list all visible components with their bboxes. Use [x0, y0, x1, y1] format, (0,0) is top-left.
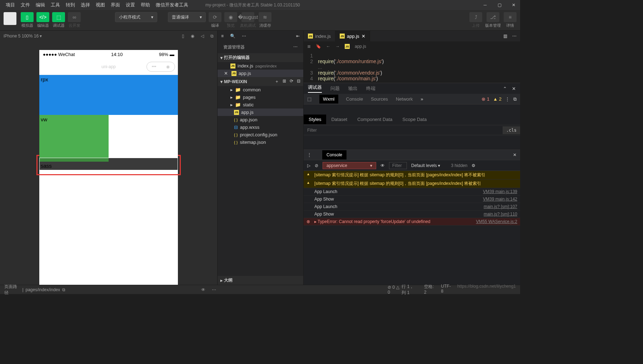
file-app-wxss[interactable]: ⊟app.wxss: [218, 123, 303, 131]
collapse-icon[interactable]: ⇤: [296, 34, 300, 39]
forward-icon[interactable]: →: [335, 44, 340, 49]
menu-tools[interactable]: 工具: [48, 0, 63, 10]
phone-icon[interactable]: ▯: [182, 34, 184, 39]
console-msg[interactable]: App Showmain.js? [sm]:110: [304, 211, 520, 218]
menu-wechat-devtools[interactable]: 微信开发者工具: [153, 0, 191, 10]
mute-icon[interactable]: ◁: [201, 34, 204, 39]
folder-pages[interactable]: ▸ 📁pages: [218, 93, 303, 101]
folder-common[interactable]: ▸ 📁common: [218, 86, 303, 93]
console-close-icon[interactable]: ✕: [513, 152, 517, 157]
folder-static[interactable]: ▸ 📁static: [218, 101, 303, 108]
file-sitemap[interactable]: { }sitemap.json: [218, 138, 303, 146]
new-file-icon[interactable]: ＋: [275, 79, 279, 85]
capsule-menu[interactable]: •••◉: [146, 62, 175, 72]
component-data-tab[interactable]: Component Data: [352, 115, 397, 124]
search-icon[interactable]: 🔍: [230, 34, 235, 39]
debugger-button[interactable]: ⬚: [52, 12, 65, 22]
compile-button[interactable]: ⟳: [209, 12, 221, 22]
mode-dropdown[interactable]: 小程序模式▾: [115, 12, 157, 22]
context-selector[interactable]: appservice▾: [323, 162, 376, 169]
tab-app-js[interactable]: JSapp.js✕: [335, 31, 370, 41]
list-icon[interactable]: ≡: [221, 34, 224, 39]
console-play-icon[interactable]: ▷: [307, 163, 310, 168]
compile-mode-dropdown[interactable]: 普通编译▾: [168, 12, 206, 22]
panel-close-icon[interactable]: ✕: [512, 86, 516, 91]
styles-filter-input[interactable]: [304, 128, 503, 133]
tab-close-icon[interactable]: ✕: [362, 34, 365, 39]
warning-count[interactable]: ▲ 2: [493, 96, 502, 102]
project-section[interactable]: ▾ MP-WEIXIN＋⊞⟳⊟: [218, 77, 303, 86]
back-icon[interactable]: ←: [326, 44, 330, 49]
breadcrumb-file[interactable]: app.js: [355, 44, 366, 49]
console-msg[interactable]: App LaunchVM39 main.js:139: [304, 188, 520, 196]
open-file-index[interactable]: JSindex.js pages\index: [218, 62, 303, 70]
cloud-button[interactable]: ∞: [68, 12, 81, 22]
tab-output[interactable]: 输出: [348, 85, 358, 92]
bookmark-icon[interactable]: 🔖: [316, 44, 321, 49]
file-app-js[interactable]: JSapp.js: [218, 108, 303, 116]
console-msg[interactable]: App Launchmain.js? [sm]:107: [304, 203, 520, 211]
file-app-json[interactable]: { }app.json: [218, 116, 303, 123]
menu-file[interactable]: 文件: [18, 0, 33, 10]
console-msg[interactable]: [sitemap 索引情况提示] 根据 sitemap 的规则[0]，当前页面 …: [304, 171, 520, 180]
upload-button[interactable]: ⤴: [469, 12, 482, 22]
menu-interface[interactable]: 界面: [108, 0, 123, 10]
scope-data-tab[interactable]: Scope Data: [398, 115, 432, 124]
devtools-console[interactable]: Console: [346, 96, 363, 102]
more-icon[interactable]: ⋯: [242, 34, 246, 39]
file-project-config[interactable]: { }project.config.json: [218, 131, 303, 138]
new-folder-icon[interactable]: ⊞: [283, 79, 286, 85]
problems-status[interactable]: ⊘ 0 △ 0: [388, 285, 402, 295]
devtools-network[interactable]: Network: [396, 96, 413, 102]
devtools-more-icon[interactable]: »: [421, 96, 423, 102]
remote-debug-button[interactable]: �august: [241, 12, 254, 22]
inspect-icon[interactable]: ⬚: [307, 96, 311, 102]
clear-cache-button[interactable]: ≋: [259, 12, 271, 22]
cursor-position[interactable]: 行 1，列 1: [402, 284, 417, 295]
page-path[interactable]: pages/index/index: [26, 287, 60, 292]
tab-index-js[interactable]: JSindex.js: [304, 31, 335, 41]
code-editor[interactable]: 1 2require('./common/runtime.js') ... 3r…: [304, 51, 520, 83]
outline-section[interactable]: ▸ 大纲: [218, 276, 303, 285]
open-file-app[interactable]: ✕JSapp.js: [218, 70, 303, 77]
console-kebab-icon[interactable]: ⋮: [307, 152, 311, 157]
menu-select[interactable]: 选择: [78, 0, 93, 10]
simulator-button[interactable]: ▯: [21, 12, 34, 22]
tab-debugger[interactable]: 调试器: [308, 84, 322, 93]
stop-icon[interactable]: ◉: [191, 34, 194, 39]
menu-view[interactable]: 视图: [93, 0, 108, 10]
console-drawer-tab[interactable]: Console: [322, 150, 347, 160]
popout-icon[interactable]: ⧉: [210, 34, 214, 39]
editor-more-icon[interactable]: ⋯: [512, 34, 517, 39]
encoding-indicator[interactable]: UTF-8: [441, 284, 451, 295]
console-msg[interactable]: ▸ TypeError: Cannot read property 'force…: [304, 218, 520, 226]
outline-icon[interactable]: ≣: [307, 44, 311, 49]
menu-settings[interactable]: 设置: [123, 0, 138, 10]
devtools-wxml[interactable]: Wxml: [319, 95, 338, 103]
gear-icon[interactable]: ⚙: [472, 163, 475, 168]
menu-goto[interactable]: 转到: [63, 0, 78, 10]
close-icon[interactable]: ✕: [510, 1, 517, 9]
refresh-icon[interactable]: ⟳: [290, 79, 293, 85]
maximize-icon[interactable]: ▢: [496, 1, 503, 9]
error-count[interactable]: ⊗ 1: [482, 96, 489, 102]
more-status-icon[interactable]: ⋯: [212, 287, 216, 292]
console-clear-icon[interactable]: ⊘: [315, 163, 318, 168]
detail-button[interactable]: ≡: [504, 12, 517, 22]
devtools-sources[interactable]: Sources: [371, 96, 388, 102]
split-icon[interactable]: ▥: [503, 34, 507, 39]
opened-editors-section[interactable]: ▾ 打开的编辑器: [218, 53, 303, 62]
spaces-indicator[interactable]: 空格: 2: [424, 284, 435, 295]
chevron-up-icon[interactable]: ⌃: [503, 86, 507, 91]
preview-button[interactable]: ◉: [224, 12, 237, 22]
device-selector[interactable]: iPhone 5 100% 16 ▾: [4, 34, 42, 39]
copy-icon[interactable]: ⧉: [62, 287, 65, 292]
eye-icon[interactable]: 👁: [380, 163, 385, 168]
tab-problems[interactable]: 问题: [330, 85, 340, 92]
dataset-tab[interactable]: Dataset: [326, 115, 352, 124]
dock-icon[interactable]: ⧉: [513, 96, 517, 102]
styles-tab[interactable]: Styles: [304, 115, 326, 124]
menu-help[interactable]: 帮助: [138, 0, 153, 10]
version-button[interactable]: ⎇: [487, 12, 499, 22]
menu-project[interactable]: 项目: [3, 0, 18, 10]
